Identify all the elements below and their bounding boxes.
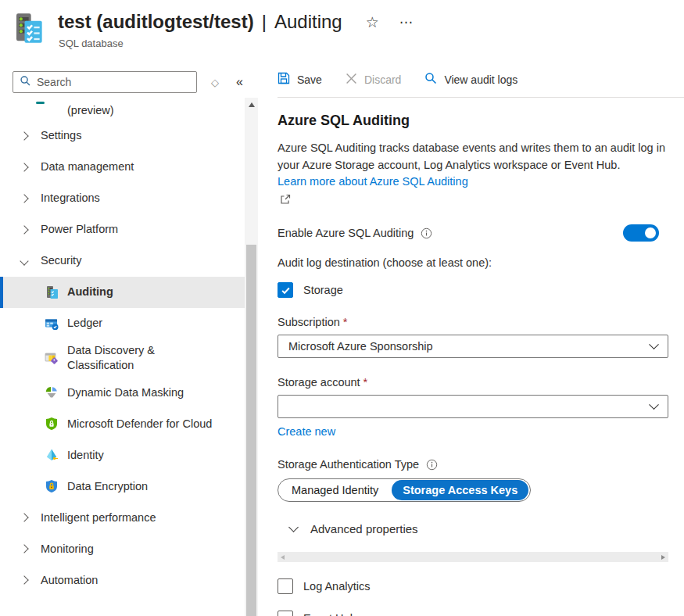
auditing-blade: Save Discard View audit logs Azur bbox=[258, 61, 684, 616]
auditing-icon bbox=[45, 285, 59, 299]
sidebar-item-integrations[interactable]: Integrations bbox=[0, 183, 245, 214]
scrollbar-thumb[interactable] bbox=[246, 245, 256, 616]
save-icon bbox=[278, 72, 290, 87]
destination-label: Audit log destination (choose at least o… bbox=[278, 256, 668, 269]
storage-checkbox-row[interactable]: Storage bbox=[278, 282, 668, 298]
scroll-right-icon[interactable] bbox=[661, 555, 665, 560]
ledger-icon bbox=[45, 317, 59, 331]
sidebar-item-preview[interactable]: (preview) bbox=[0, 100, 245, 120]
subscription-dropdown[interactable]: Microsoft Azure Sponsorship bbox=[278, 335, 668, 358]
subscription-value: Microsoft Azure Sponsorship bbox=[288, 340, 433, 353]
event-hub-checkbox[interactable] bbox=[278, 611, 293, 616]
resource-menu-sidebar: ◇ « (preview) Settings Data management I… bbox=[0, 61, 258, 616]
chevron-right-icon bbox=[20, 545, 28, 553]
chevron-down-icon bbox=[20, 256, 28, 265]
view-audit-logs-button[interactable]: View audit logs bbox=[424, 72, 517, 87]
chevron-right-icon bbox=[20, 514, 28, 522]
search-input[interactable] bbox=[37, 76, 190, 88]
sidebar-nav: (preview) Settings Data management Integ… bbox=[0, 100, 258, 616]
sidebar-item-security[interactable]: Security bbox=[0, 245, 245, 277]
favorite-star-icon[interactable]: ☆ bbox=[366, 13, 379, 31]
log-analytics-checkbox[interactable] bbox=[278, 578, 293, 594]
sidebar-item-ledger[interactable]: Ledger bbox=[0, 308, 245, 339]
sidebar-item-automation[interactable]: Automation bbox=[0, 564, 245, 596]
sidebar-item-identity[interactable]: Identity bbox=[0, 439, 245, 471]
diamond-icon[interactable]: ◇ bbox=[211, 77, 219, 88]
audit-logs-search-icon bbox=[424, 72, 437, 87]
more-options-icon[interactable]: ⋯ bbox=[399, 14, 414, 30]
sidebar-item-data-encryption[interactable]: Data Encryption bbox=[0, 471, 245, 502]
sidebar-item-dynamic-data-masking[interactable]: Dynamic Data Masking bbox=[0, 377, 245, 408]
defender-shield-icon bbox=[45, 417, 59, 431]
chevron-right-icon bbox=[20, 225, 28, 234]
blade-name: Auditing bbox=[274, 11, 342, 33]
discard-button[interactable]: Discard bbox=[346, 73, 401, 87]
required-marker: * bbox=[363, 376, 368, 389]
learn-more-link[interactable]: Learn more about Azure SQL Auditing bbox=[278, 175, 468, 188]
subscription-label: Subscription* bbox=[278, 316, 668, 328]
info-icon[interactable] bbox=[421, 227, 432, 239]
sidebar-item-power-platform[interactable]: Power Platform bbox=[0, 214, 245, 245]
identity-icon bbox=[45, 448, 59, 462]
sql-database-icon bbox=[11, 12, 44, 45]
sidebar-item-defender[interactable]: Microsoft Defender for Cloud bbox=[0, 408, 245, 439]
log-analytics-checkbox-row[interactable]: Log Analytics bbox=[278, 578, 668, 594]
sidebar-item-data-management[interactable]: Data management bbox=[0, 152, 245, 183]
event-hub-checkbox-row[interactable]: Event Hub bbox=[278, 611, 668, 616]
auth-type-toggle: Managed Identity Storage Access Keys bbox=[278, 478, 531, 502]
save-button[interactable]: Save bbox=[278, 72, 322, 87]
storage-checkbox[interactable] bbox=[278, 282, 293, 298]
sidebar-item-data-discovery[interactable]: Data Discovery & Classification bbox=[0, 339, 245, 377]
command-bar: Save Discard View audit logs bbox=[278, 72, 684, 98]
advanced-properties-expander[interactable]: Advanced properties bbox=[290, 522, 668, 535]
info-icon[interactable] bbox=[426, 459, 438, 471]
search-icon bbox=[20, 75, 31, 90]
chevron-down-icon bbox=[649, 339, 659, 349]
required-marker: * bbox=[343, 316, 348, 328]
storage-account-label: Storage account* bbox=[278, 376, 668, 389]
sidebar-search-box[interactable] bbox=[13, 71, 197, 93]
data-masking-icon bbox=[45, 385, 59, 399]
chevron-right-icon bbox=[20, 163, 28, 171]
horizontal-scrollbar[interactable] bbox=[278, 552, 668, 562]
chevron-right-icon bbox=[20, 194, 28, 202]
scroll-up-icon[interactable] bbox=[245, 98, 258, 111]
resource-name: test (auditlogtest/test) bbox=[58, 11, 254, 33]
page-title: test (auditlogtest/test) | Auditing ☆ ⋯ bbox=[58, 11, 414, 33]
clipped-icon bbox=[36, 102, 45, 104]
description-text: Azure SQL Auditing tracks database event… bbox=[278, 139, 668, 174]
scroll-left-icon[interactable] bbox=[281, 555, 285, 560]
external-link-icon[interactable] bbox=[280, 194, 668, 208]
sidebar-item-auditing[interactable]: Auditing bbox=[0, 277, 245, 308]
create-new-link[interactable]: Create new bbox=[278, 425, 335, 438]
chevron-right-icon bbox=[20, 576, 28, 585]
auth-type-label: Storage Authentication Type bbox=[278, 458, 419, 471]
sidebar-scrollbar[interactable] bbox=[245, 98, 258, 616]
storage-access-keys-option[interactable]: Storage Access Keys bbox=[392, 480, 528, 500]
sidebar-item-settings[interactable]: Settings bbox=[0, 120, 245, 152]
title-divider: | bbox=[262, 11, 267, 33]
managed-identity-option[interactable]: Managed Identity bbox=[278, 484, 392, 496]
page-header: test (auditlogtest/test) | Auditing ☆ ⋯ … bbox=[0, 0, 684, 61]
toggle-knob bbox=[645, 227, 656, 238]
discard-x-icon bbox=[346, 73, 357, 87]
enable-auditing-toggle[interactable] bbox=[623, 224, 659, 242]
section-heading: Azure SQL Auditing bbox=[278, 113, 668, 129]
storage-account-dropdown[interactable] bbox=[278, 395, 668, 418]
sidebar-item-monitoring[interactable]: Monitoring bbox=[0, 533, 245, 564]
resource-type-subtitle: SQL database bbox=[59, 38, 124, 49]
data-discovery-icon bbox=[45, 351, 59, 365]
encryption-shield-icon bbox=[45, 479, 59, 493]
chevron-down-icon bbox=[288, 522, 299, 532]
sidebar-item-intelligent-performance[interactable]: Intelligent performance bbox=[0, 502, 245, 533]
chevron-right-icon bbox=[20, 131, 28, 140]
enable-auditing-label: Enable Azure SQL Auditing bbox=[278, 227, 414, 239]
chevron-down-icon bbox=[649, 399, 659, 410]
collapse-sidebar-icon[interactable]: « bbox=[236, 75, 243, 89]
